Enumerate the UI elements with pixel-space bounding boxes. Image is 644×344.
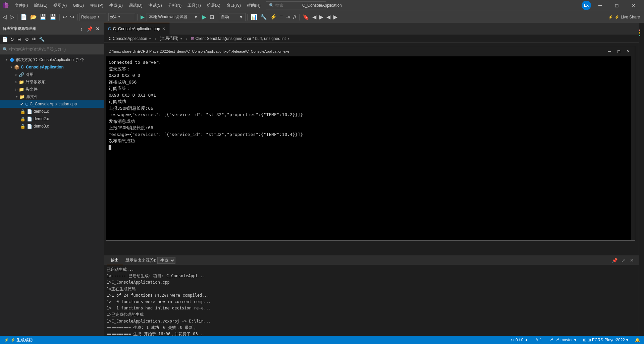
menu-analyze[interactable]: 分析(N) xyxy=(165,2,184,9)
console-restore-button[interactable]: ◻ xyxy=(615,48,623,55)
platform-dropdown[interactable]: x64 ▼ xyxy=(108,13,135,21)
extra-toolbar-buttons: 📊 🔧 ⚡ ≡ ⇥ // xyxy=(249,13,298,21)
main-cpp-tab[interactable]: C C_ConsoleApplication.cpp ✕ xyxy=(104,23,170,35)
live-share-icon: ⚡ xyxy=(608,15,613,19)
bookmark-button[interactable]: 🔖 xyxy=(301,13,311,21)
prev-bookmark-button[interactable]: ◀ xyxy=(311,13,318,21)
save-button[interactable]: 💾 xyxy=(39,13,48,21)
show-all-files-button[interactable]: 👁 xyxy=(31,36,38,43)
close-button[interactable]: ✕ xyxy=(626,0,641,11)
diag-button[interactable]: 🔧 xyxy=(259,13,268,21)
notifications-status[interactable]: 🔔 xyxy=(634,338,641,342)
prev-bookmark2-button[interactable]: ◀ xyxy=(325,13,332,21)
attach-button[interactable]: ⊞ xyxy=(208,13,215,21)
debug-target-selector[interactable]: 本地 Windows 调试器 ▼ xyxy=(147,13,200,21)
breadcrumb-project[interactable]: C ConsoleApplication ▼ xyxy=(107,35,154,42)
sidebar-search-input[interactable] xyxy=(9,47,101,52)
breadcrumb-func[interactable]: ⊞ Client SendData(unsigned char * buff, … xyxy=(189,35,292,42)
restore-button[interactable]: ◻ xyxy=(609,0,625,11)
user-avatar[interactable]: LX xyxy=(582,1,591,10)
demo3-item[interactable]: 🔒 📄 demo3.c xyxy=(0,122,104,130)
build-success-status[interactable]: ⚡ ⚡ 生成成功 xyxy=(3,337,34,343)
redo-button[interactable]: ↪ xyxy=(69,13,76,21)
hotspot-button[interactable]: ⚡ xyxy=(269,13,278,21)
watch-dropdown[interactable]: 自动 ▼ xyxy=(219,13,246,21)
title-bar-left: 文件(F) 编辑(E) 视图(V) Git(G) 项目(P) 生成(B) 调试(… xyxy=(3,2,263,9)
console-scrollbar[interactable] xyxy=(631,56,635,240)
menu-file[interactable]: 文件(F) xyxy=(12,2,31,9)
menu-extensions[interactable]: 扩展(X) xyxy=(204,2,223,9)
breadcrumb-func-arrow-icon: ▼ xyxy=(287,37,290,40)
main-cpp-item[interactable]: ✔ C C_ConsoleApplication.cpp xyxy=(0,100,104,108)
cpp-tab-close-icon[interactable]: ✕ xyxy=(162,27,165,31)
next-bookmark2-button[interactable]: ▶ xyxy=(332,13,339,21)
branch-status[interactable]: ⎇ ⎇ master ▾ xyxy=(547,338,578,342)
properties-button[interactable]: ⚙ xyxy=(23,36,30,43)
back-button[interactable]: ◁ xyxy=(1,13,8,21)
add-item-button[interactable]: 📄 xyxy=(1,36,8,43)
forward-button[interactable]: ▷ xyxy=(9,13,15,21)
references-item[interactable]: ▷ 🔗 引用 xyxy=(0,71,104,78)
menu-view[interactable]: 视图(V) xyxy=(51,2,69,9)
sidebar-close-button[interactable]: ✕ xyxy=(94,26,101,32)
undo-button[interactable]: ↩ xyxy=(61,13,68,21)
menu-debug[interactable]: 调试(D) xyxy=(126,2,145,9)
menu-test[interactable]: 测试(S) xyxy=(146,2,165,9)
next-bookmark-button[interactable]: ▶ xyxy=(318,13,325,21)
new-file-button[interactable]: 📄 xyxy=(19,13,29,21)
save-all-button[interactable]: 💾 xyxy=(48,13,58,21)
console-line-1: 登录应答： xyxy=(109,66,628,72)
notifications-icon: 🔔 xyxy=(635,338,640,342)
menu-window[interactable]: 窗口(W) xyxy=(224,2,244,9)
menu-build[interactable]: 生成(B) xyxy=(107,2,125,9)
perf-profiler-button[interactable]: 📊 xyxy=(249,13,259,21)
menu-project[interactable]: 项目(P) xyxy=(87,2,106,9)
run-button[interactable]: ▶ xyxy=(139,14,146,20)
sidebar-search[interactable]: 🔍 xyxy=(0,44,104,55)
solution-root-item[interactable]: ▼ 🔷 解决方案 'C_ConsoleApplication' (1 个 xyxy=(0,56,104,63)
header-files-item[interactable]: ▷ 📁 头文件 xyxy=(0,86,104,93)
panel-expand-button[interactable]: ⤢ xyxy=(619,257,627,264)
repo-arrow-icon: ▾ xyxy=(626,338,628,342)
console-line-5: 0X90 0X3 0 0X1 0X1 xyxy=(109,92,628,99)
pin-button[interactable]: 📌 xyxy=(86,26,93,32)
console-close-button[interactable]: ✕ xyxy=(624,48,632,55)
demo2-item[interactable]: 🔒 📄 demo2.c xyxy=(0,115,104,122)
repo-status[interactable]: ⊞ ⊞ ECRS-Player2022 ▾ xyxy=(582,338,630,342)
menu-tools[interactable]: 工具(T) xyxy=(185,2,203,9)
live-share-button[interactable]: ⚡ ⚡ Live Share xyxy=(605,14,643,20)
console-minimize-button[interactable]: ─ xyxy=(605,48,613,55)
collapse-all-button[interactable]: ⊟ xyxy=(16,36,23,43)
refresh-button[interactable]: ↻ xyxy=(9,36,15,43)
cpp-file-icon: ✔ xyxy=(20,102,24,107)
menu-help[interactable]: 帮助(H) xyxy=(244,2,263,9)
errors-status[interactable]: ↑↓ 0 / 0 ▲ xyxy=(509,338,530,342)
source-files-item[interactable]: ▼ 📁 源文件 xyxy=(0,93,104,100)
branch-label: ⎇ master xyxy=(555,338,573,342)
format-button[interactable]: ≡ xyxy=(278,13,284,21)
debug-run-button[interactable]: ▶ xyxy=(201,13,208,21)
project-item[interactable]: ▼ 📦 C_ConsoleApplication xyxy=(0,63,104,71)
filter-button[interactable]: 🔧 xyxy=(38,36,45,43)
demo1-item[interactable]: 🔒 📄 demo1.c xyxy=(0,108,104,115)
line-col-status[interactable]: ✎ 1 xyxy=(534,338,543,342)
open-file-button[interactable]: 📂 xyxy=(29,13,38,21)
indent-button[interactable]: ⇥ xyxy=(284,13,291,21)
menu-edit[interactable]: 编辑(E) xyxy=(31,2,50,9)
breadcrumb-scope[interactable]: (全局范围) ▼ xyxy=(158,35,185,42)
minimize-button[interactable]: ─ xyxy=(592,0,608,11)
sync-button[interactable]: ↕ xyxy=(78,26,85,32)
comment-button[interactable]: // xyxy=(292,13,298,21)
ref-expand-icon: ▷ xyxy=(15,73,17,76)
output-line-6: 1> 1 functions had inline decision re-e.… xyxy=(107,305,636,311)
panel-pin-button[interactable]: 📌 xyxy=(610,257,619,264)
output-tab[interactable]: 输出 xyxy=(107,256,123,265)
panel-close-button[interactable]: ✕ xyxy=(628,257,636,264)
solution-tree: ▼ 🔷 解决方案 'C_ConsoleApplication' (1 个 ▼ 📦… xyxy=(0,55,104,336)
external-deps-item[interactable]: ▷ 📁 外部依赖项 xyxy=(0,78,104,86)
output-source-dropdown[interactable]: 生成 xyxy=(157,257,175,264)
build-config-dropdown[interactable]: Release ▼ xyxy=(79,13,106,21)
menu-git[interactable]: Git(G) xyxy=(70,2,87,8)
toolbar-sep-4 xyxy=(137,14,138,20)
editor-area: C C_ConsoleApplication.cpp ✕ C ConsoleAp… xyxy=(104,23,639,336)
